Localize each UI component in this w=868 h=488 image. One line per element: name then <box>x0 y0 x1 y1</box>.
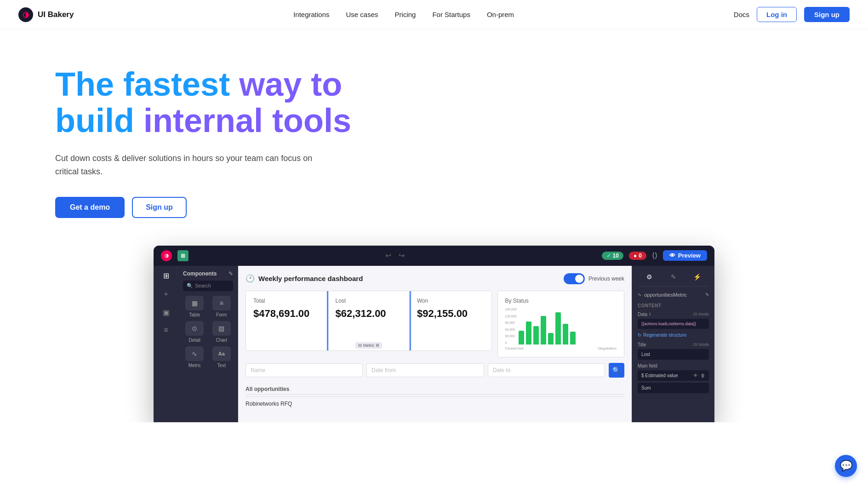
metric-won-value: $92,155.00 <box>417 308 484 320</box>
metric-lost-value: $62,312.00 <box>336 308 403 320</box>
date-to-input[interactable]: Date to <box>488 363 605 377</box>
editor-sidebar-left: ⊞ ＋ ▣ ≡ <box>154 266 178 422</box>
logo-icon: ◑ <box>18 7 33 22</box>
regen-structure-button[interactable]: ↻ Regenerate structure <box>638 333 709 338</box>
components-search[interactable]: 🔍 Search <box>183 281 233 291</box>
sum-label: Sum <box>641 385 651 390</box>
toggle-circle <box>575 275 583 283</box>
hero-title-way: way to <box>230 66 342 103</box>
mini-chart <box>519 308 576 344</box>
main-field-label-text: Main field <box>638 363 657 368</box>
right-panel-tabs: ⚙ ✎ ⚡ <box>638 271 709 287</box>
right-tab-settings[interactable]: ⚙ <box>638 271 662 282</box>
component-metric-icon: ∿ <box>185 346 204 361</box>
component-table-label: Table <box>189 312 200 317</box>
component-grid: ▦ Table ≡ Form ⊙ Detail ▨ Chart <box>183 296 233 368</box>
preview-topbar-right: ✓ 10 ● 0 ⟨⟩ 👁 Preview <box>602 250 707 261</box>
trash-icon[interactable]: 🗑 <box>701 373 705 378</box>
badge-green: ✓ 10 <box>602 252 623 260</box>
nav-link-on-prem[interactable]: On-prem <box>487 11 514 18</box>
sidebar-icon-plus[interactable]: ＋ <box>162 289 170 299</box>
regen-label: Regenerate structure <box>643 333 686 338</box>
component-detail[interactable]: ⊙ Detail <box>183 321 206 343</box>
nav-link-use-cases[interactable]: Use cases <box>346 11 378 18</box>
components-panel: Components ✎ 🔍 Search ▦ Table ≡ Form <box>178 266 238 422</box>
badge-green-number: 10 <box>613 253 619 259</box>
search-row: Name Date from Date to 🔍 <box>246 363 624 378</box>
hero-title-fastest: fastest <box>123 66 230 103</box>
sum-field[interactable]: Sum <box>638 383 709 393</box>
nav-link-integrations[interactable]: Integrations <box>293 11 329 18</box>
nav-logo[interactable]: ◑ UI Bakery <box>18 7 74 22</box>
component-chart[interactable]: ▨ Chart <box>210 321 234 343</box>
metric-card-total[interactable]: Total $478,691.00 <box>246 291 328 350</box>
hero-section: The fastest way to build internal tools … <box>0 29 868 246</box>
signup-button[interactable]: Sign up <box>804 7 850 22</box>
bar-1 <box>519 331 524 344</box>
nav-actions: Docs Log in Sign up <box>734 7 850 22</box>
main-field-label: Main field <box>638 363 709 368</box>
toggle-switch[interactable] <box>564 273 585 284</box>
share-icon[interactable]: ⟨⟩ <box>652 251 657 260</box>
nav-link-for-startups[interactable]: For Startups <box>432 11 470 18</box>
name-input[interactable]: Name <box>246 363 363 377</box>
data-label-text: Data <box>638 312 647 317</box>
metric-card-won[interactable]: Won $92,155.00 <box>410 291 491 350</box>
search-placeholder: Search <box>195 283 211 288</box>
y-label-120: 120,000 <box>505 315 517 318</box>
metric-lost-label: Lost <box>336 298 403 304</box>
preview-button[interactable]: 👁 Preview <box>663 250 707 261</box>
sidebar-icon-list[interactable]: ≡ <box>164 326 168 334</box>
editor-canvas: 🕐 Weekly performance dashboard Previous … <box>238 266 632 422</box>
y-label-90: 90,000 <box>505 321 517 324</box>
preview-window: ◑ ▦ ↩ ↪ ✓ 10 ● 0 ⟨⟩ 👁 Preview <box>154 246 714 422</box>
main-field-actions: 👁 🗑 <box>693 373 705 378</box>
component-form-label: Form <box>216 312 227 317</box>
main-field-value-text: $ Estimated value <box>641 373 678 378</box>
date-from-input[interactable]: Date from <box>366 363 484 377</box>
eye-icon[interactable]: 👁 <box>693 373 698 378</box>
metric-chip: M Metric ⚙ <box>355 342 382 349</box>
component-edit-icon[interactable]: ✎ <box>705 292 709 297</box>
redo-icon[interactable]: ↪ <box>399 251 405 260</box>
content-section-label: CONTENT <box>638 303 709 308</box>
right-tab-edit[interactable]: ✎ <box>662 271 685 282</box>
js-mode-label: JS Mode <box>692 312 709 316</box>
nav-link-pricing[interactable]: Pricing <box>395 11 416 18</box>
main-field-value[interactable]: $ Estimated value 👁 🗑 <box>638 370 709 381</box>
data-field-label: Data ℹ JS Mode <box>638 312 709 317</box>
sidebar-icon-grid[interactable]: ⊞ <box>163 271 169 280</box>
preview-eye-icon: 👁 <box>669 252 675 259</box>
component-metric[interactable]: ∿ Metric <box>183 346 206 368</box>
metric-chip-settings-icon: ⚙ <box>376 343 379 348</box>
dashboard-title-text: Weekly performance dashboard <box>258 275 363 282</box>
preview-label: Preview <box>678 252 701 259</box>
preview-topbar-center: ↩ ↪ <box>385 251 405 260</box>
title-field-value[interactable]: Lost <box>638 349 709 360</box>
hero-title-tools: tools <box>263 102 351 139</box>
regen-icon: ↻ <box>638 333 641 338</box>
search-button[interactable]: 🔍 <box>609 363 624 378</box>
hero-signup-button[interactable]: Sign up <box>132 197 187 218</box>
component-name-text: opportunitiesMetric <box>644 292 687 298</box>
undo-icon[interactable]: ↩ <box>385 251 391 260</box>
data-field-value[interactable]: {{actions.loadLostItems.data}} <box>638 319 709 329</box>
hero-title: The fastest way to build internal tools <box>55 66 423 139</box>
metric-total-label: Total <box>253 298 320 304</box>
docs-link[interactable]: Docs <box>734 11 749 18</box>
component-form[interactable]: ≡ Form <box>210 296 234 317</box>
toggle-label: Previous week <box>588 276 624 282</box>
by-status-title: By Status <box>505 298 617 304</box>
login-button[interactable]: Log in <box>757 7 797 22</box>
title-label-text: Title <box>638 342 646 347</box>
components-panel-edit-icon[interactable]: ✎ <box>228 270 233 277</box>
metric-card-lost[interactable]: Lost $62,312.00 M Metric ⚙ <box>327 291 411 351</box>
data-info-icon: ℹ <box>649 312 651 316</box>
get-demo-button[interactable]: Get a demo <box>55 197 125 218</box>
preview-topbar-left: ◑ ▦ <box>161 250 188 261</box>
bar-3 <box>533 326 539 344</box>
sidebar-icon-file[interactable]: ▣ <box>163 308 170 317</box>
component-table[interactable]: ▦ Table <box>183 296 206 317</box>
right-tab-lightning[interactable]: ⚡ <box>685 271 709 282</box>
component-text[interactable]: Aa Text <box>210 346 234 368</box>
